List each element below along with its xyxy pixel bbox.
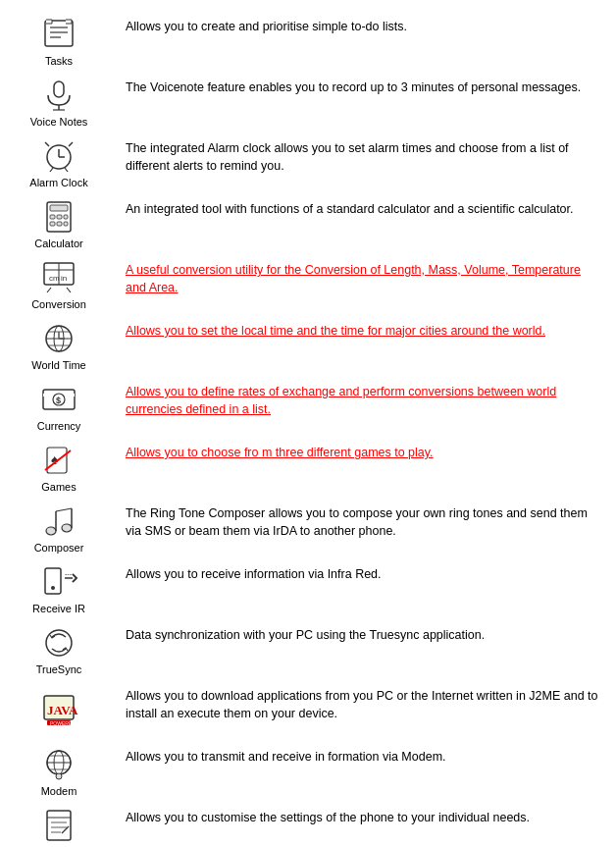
svg-line-27 — [47, 288, 51, 292]
row-voice-notes-text: The Voicenote feature enables you to rec… — [126, 79, 581, 96]
svg-text:cm: cm — [49, 274, 60, 283]
truesync-icon — [37, 624, 80, 662]
svg-rect-19 — [50, 222, 55, 226]
voice-notes-label: Voice Notes — [30, 116, 88, 129]
row-currency: Allows you to define rates of exchange a… — [126, 377, 600, 438]
row-conversion-text: A useful conversion utility for the Conv… — [126, 261, 600, 296]
svg-rect-39 — [43, 394, 49, 397]
sidebar-item-voice-notes[interactable]: Voice Notes — [0, 73, 118, 133]
row-composer: The Ring Tone Composer allows you to com… — [126, 499, 600, 559]
row-receive-ir: Allows you to receive information via In… — [126, 559, 600, 620]
row-setup: Allows you to customise the settings of … — [126, 803, 600, 847]
svg-line-11 — [69, 142, 73, 146]
alarm-clock-icon — [37, 137, 80, 175]
currency-icon: $ — [37, 381, 80, 418]
voice-notes-icon — [37, 77, 80, 114]
svg-text:---: --- — [65, 570, 73, 577]
sidebar-item-alarm-clock[interactable]: Alarm Clock — [0, 133, 118, 194]
svg-line-48 — [56, 508, 72, 511]
setup-icon — [37, 807, 80, 844]
svg-rect-16 — [50, 215, 55, 219]
world-time-label: World Time — [31, 359, 85, 372]
java-icon: JAVA POWERED — [37, 692, 80, 729]
conversion-icon: cm in — [37, 259, 80, 296]
svg-rect-0 — [45, 21, 73, 46]
row-currency-text: Allows you to define rates of exchange a… — [126, 383, 600, 418]
row-setup-text: Allows you to customise the settings of … — [126, 809, 530, 826]
row-tasks: Allows you to create and prioritise simp… — [126, 12, 600, 73]
row-games-text: Allows you to choose fro m three differe… — [126, 444, 434, 461]
svg-point-44 — [46, 527, 56, 535]
tasks-icon — [37, 16, 80, 53]
row-calculator-text: An integrated tool with functions of a s… — [126, 200, 574, 218]
row-alarm-clock: The integrated Alarm clock allows you to… — [126, 133, 600, 194]
row-java: Allows you to download applications from… — [126, 681, 600, 742]
sidebar-item-truesync[interactable]: TrueSync — [0, 620, 118, 681]
world-time-icon — [37, 320, 80, 357]
row-modem: Allows you to transmit and receive in fo… — [126, 742, 600, 803]
modem-label: Modem — [41, 785, 77, 798]
row-receive-ir-text: Allows you to receive information via In… — [126, 565, 382, 583]
row-composer-text: The Ring Tone Composer allows you to com… — [126, 504, 600, 540]
row-games: Allows you to choose fro m three differe… — [126, 438, 600, 499]
svg-rect-17 — [57, 215, 62, 219]
svg-text:POWERED: POWERED — [50, 720, 76, 726]
games-icon: ♠ — [37, 442, 80, 479]
svg-rect-40 — [69, 394, 75, 397]
sidebar: Tasks Voice Notes — [0, 8, 118, 847]
row-java-text: Allows you to download applications from… — [126, 687, 600, 722]
row-world-time: Allows you to set the local time and the… — [126, 316, 600, 377]
sidebar-item-calculator[interactable]: Calculator — [0, 194, 118, 255]
svg-rect-15 — [50, 205, 68, 211]
main-content: Allows you to create and prioritise simp… — [118, 8, 616, 847]
row-modem-text: Allows you to transmit and receive in fo… — [126, 748, 446, 766]
svg-rect-18 — [64, 215, 68, 219]
row-truesync: Data synchronization with your PC using … — [126, 620, 600, 681]
row-calculator: An integrated tool with functions of a s… — [126, 194, 600, 255]
tasks-label: Tasks — [45, 55, 73, 68]
svg-point-50 — [51, 586, 55, 590]
svg-line-28 — [67, 288, 71, 292]
calculator-icon — [37, 198, 80, 236]
truesync-label: TrueSync — [36, 663, 82, 676]
svg-line-71 — [62, 831, 64, 833]
svg-point-64 — [56, 773, 62, 779]
svg-text:$: $ — [56, 396, 61, 405]
row-world-time-text: Allows you to set the local time and the… — [126, 322, 545, 340]
composer-icon — [37, 503, 80, 540]
page-container: Tasks Voice Notes — [0, 0, 616, 847]
sidebar-item-receive-ir[interactable]: --- Receive IR — [0, 559, 118, 620]
sidebar-item-java[interactable]: JAVA POWERED — [0, 681, 118, 742]
currency-label: Currency — [37, 420, 81, 433]
row-alarm-clock-text: The integrated Alarm clock allows you to… — [126, 139, 600, 175]
svg-rect-21 — [64, 222, 68, 226]
sidebar-item-conversion[interactable]: cm in Conversion — [0, 255, 118, 316]
receive-ir-label: Receive IR — [32, 603, 85, 615]
calculator-label: Calculator — [34, 238, 83, 250]
svg-line-10 — [45, 142, 49, 146]
svg-rect-65 — [47, 811, 71, 840]
svg-text:in: in — [61, 274, 67, 283]
content-area: Tasks Voice Notes — [0, 0, 616, 847]
sidebar-item-setup[interactable]: Setup — [0, 803, 118, 847]
sidebar-item-world-time[interactable]: World Time — [0, 316, 118, 377]
row-voice-notes: The Voicenote feature enables you to rec… — [126, 73, 600, 133]
conversion-label: Conversion — [31, 298, 86, 311]
sidebar-item-currency[interactable]: $ Currency — [0, 377, 118, 438]
composer-label: Composer — [34, 542, 84, 555]
svg-line-12 — [50, 168, 53, 172]
sidebar-item-composer[interactable]: Composer — [0, 499, 118, 559]
row-tasks-text: Allows you to create and prioritise simp… — [126, 18, 407, 35]
row-truesync-text: Data synchronization with your PC using … — [126, 626, 485, 644]
svg-text:JAVA: JAVA — [47, 703, 78, 717]
svg-line-13 — [65, 168, 68, 172]
svg-rect-20 — [57, 222, 62, 226]
sidebar-item-modem[interactable]: Modem — [0, 742, 118, 803]
svg-rect-4 — [54, 81, 64, 97]
svg-rect-49 — [45, 568, 61, 594]
receive-ir-icon: --- — [37, 563, 80, 601]
alarm-clock-label: Alarm Clock — [29, 177, 87, 189]
sidebar-item-tasks[interactable]: Tasks — [0, 12, 118, 73]
sidebar-item-games[interactable]: ♠ Games — [0, 438, 118, 499]
row-conversion: A useful conversion utility for the Conv… — [126, 255, 600, 316]
